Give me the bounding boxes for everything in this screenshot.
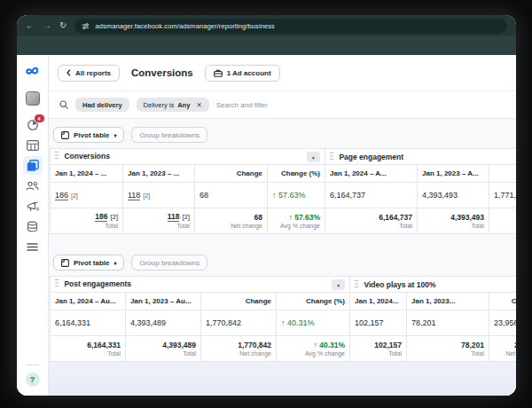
- all-tools-icon[interactable]: [23, 238, 43, 256]
- metric-group-header: Conversions ▾: [51, 149, 325, 165]
- forward-icon[interactable]: →: [43, 21, 51, 30]
- page-title: Conversions: [131, 67, 193, 78]
- pivot-table-icon: [61, 131, 69, 139]
- metric-value-link[interactable]: 118: [168, 212, 180, 222]
- campaigns-icon[interactable]: [23, 136, 43, 154]
- metric-value-link[interactable]: 186: [95, 212, 107, 222]
- data-cell: 6,164,331: [51, 310, 126, 336]
- column-header[interactable]: Jan 1, 2024...: [350, 293, 407, 310]
- data-cell: 186[2]: [51, 183, 123, 208]
- data-cell: 102,157: [350, 310, 407, 336]
- data-cell: 1,771,2: [489, 183, 517, 208]
- total-cell: 6,164,331Total: [51, 336, 126, 362]
- post-engagements-table: Post engagements ▾ Video plays at 100% J…: [50, 276, 516, 362]
- column-header[interactable]: Jan 1, 2023...: [407, 293, 489, 310]
- canvas-footer: [49, 362, 516, 396]
- audiences-icon[interactable]: [23, 177, 43, 195]
- briefcase-icon: [214, 69, 223, 77]
- chevron-down-icon: ▾: [113, 260, 116, 266]
- drag-handle-icon[interactable]: [330, 152, 333, 161]
- ads-reporting-icon[interactable]: [23, 156, 43, 175]
- column-header[interactable]: [489, 165, 517, 183]
- group-breakdowns-button[interactable]: Group breakdowns: [131, 127, 207, 143]
- data-cell: 118[2]: [123, 183, 195, 208]
- chevron-left-icon: [66, 69, 71, 76]
- pivot-controls-1: Pivot table ▾ Group breakdowns: [53, 127, 516, 143]
- total-cell: 1,770,842Net change: [201, 336, 277, 362]
- column-header[interactable]: Change: [195, 165, 268, 183]
- data-cell: 4,393,489: [126, 310, 201, 336]
- page-header: All reports Conversions 1 Ad account: [49, 55, 516, 90]
- group-breakdowns-button[interactable]: Group breakdowns: [131, 255, 207, 271]
- total-cell: 23,956Net change: [489, 336, 516, 362]
- total-cell: 4,393,489Total: [126, 336, 201, 362]
- data-cell-positive: ↑ 40.31%: [277, 310, 350, 336]
- column-header[interactable]: Change (%): [277, 293, 350, 310]
- data-cell-positive: ↑ 57.63%: [268, 183, 325, 208]
- group-caret-button[interactable]: ▾: [307, 152, 320, 162]
- search-filter-bar[interactable]: Had delivery Delivery is Any ✕ Search an…: [49, 90, 516, 119]
- data-cell: 6,164,737: [325, 183, 418, 208]
- column-header[interactable]: Change (%): [268, 165, 325, 183]
- account-overview-icon[interactable]: 4: [23, 115, 43, 134]
- meta-logo[interactable]: [23, 60, 43, 80]
- data-cell: 23,956: [489, 310, 516, 336]
- billing-icon[interactable]: [23, 217, 43, 236]
- report-canvas: Pivot table ▾ Group breakdowns: [49, 119, 516, 396]
- column-header[interactable]: Jan 1, 2023 – Au...: [126, 293, 201, 310]
- chevron-down-icon: ▾: [113, 132, 116, 138]
- total-cell: 78,201Total: [407, 336, 489, 362]
- column-header[interactable]: Change: [201, 293, 277, 310]
- drag-handle-icon[interactable]: [55, 151, 59, 160]
- site-info-icon[interactable]: [82, 22, 90, 30]
- metric-value-link[interactable]: 186: [55, 191, 68, 200]
- reload-icon[interactable]: ↻: [59, 21, 66, 30]
- chip-close-icon[interactable]: ✕: [196, 101, 201, 109]
- column-header[interactable]: Jan 1, 2023 – A...: [418, 165, 489, 183]
- url-bar[interactable]: adsmanager.facebook.com/adsmanager/repor…: [74, 19, 507, 34]
- pivot-controls-2: Pivot table ▾ Group breakdowns: [53, 255, 516, 271]
- metric-value-link[interactable]: 118: [128, 191, 140, 200]
- group-caret-button[interactable]: ▾: [332, 279, 345, 290]
- pivot-table-dropdown[interactable]: Pivot table ▾: [53, 255, 124, 271]
- drag-handle-icon[interactable]: [355, 279, 358, 288]
- total-cell: 102,157Total: [350, 336, 407, 362]
- sidebar-divider: [26, 365, 39, 365]
- total-cell: 6,164,737Total: [325, 208, 418, 234]
- pivot-table-dropdown[interactable]: Pivot table ▾: [53, 127, 124, 143]
- data-cell: 1,770,842: [201, 310, 277, 336]
- column-header[interactable]: Jan 1, 2024 – A...: [325, 165, 418, 183]
- drag-handle-icon[interactable]: [55, 279, 59, 287]
- search-icon: [59, 100, 68, 109]
- screenshot-stage: ← → ↻ adsmanager.facebook.com/adsmanager…: [0, 0, 532, 408]
- ad-account-button[interactable]: 1 Ad account: [205, 65, 280, 82]
- column-header[interactable]: Jan 1, 2024 – ...: [51, 165, 123, 183]
- filter-chip-delivery[interactable]: Delivery is Any ✕: [137, 98, 209, 112]
- browser-window: ← → ↻ adsmanager.facebook.com/adsmanager…: [17, 15, 516, 396]
- metric-group-header: Video plays at 100%: [350, 277, 516, 293]
- data-cell: 78,201: [407, 310, 489, 336]
- browser-chrome-strip: [17, 36, 516, 55]
- total-cell-positive: ↑ 40.31%Avg % change: [277, 336, 350, 362]
- total-cell: 68Net change: [195, 208, 268, 234]
- total-cell: 186[2]Total: [51, 208, 123, 234]
- notification-badge: 4: [34, 114, 45, 123]
- search-placeholder: Search and filter: [216, 101, 268, 109]
- metric-group-header: Page engagement: [325, 149, 517, 165]
- help-button[interactable]: ?: [26, 373, 40, 387]
- metric-group-header: Post engagements ▾: [51, 277, 350, 293]
- column-header[interactable]: Change: [489, 293, 516, 310]
- data-cell: 4,393,493: [418, 183, 489, 208]
- browser-toolbar: ← → ↻ adsmanager.facebook.com/adsmanager…: [17, 15, 516, 36]
- business-account-avatar[interactable]: [23, 89, 43, 107]
- total-cell: 118[2]Total: [123, 208, 195, 234]
- column-header[interactable]: Jan 1, 2023 – ...: [123, 165, 195, 183]
- conversions-table: Conversions ▾ Page engagement Jan 1, 202…: [50, 148, 516, 234]
- column-header[interactable]: Jan 1, 2024 – Au...: [51, 293, 126, 310]
- advertise-icon[interactable]: [23, 197, 43, 216]
- filter-chip-had-delivery[interactable]: Had delivery: [75, 98, 129, 112]
- back-icon[interactable]: ←: [26, 21, 35, 30]
- all-reports-button[interactable]: All reports: [58, 65, 120, 82]
- total-cell: 4,393,493Total: [418, 208, 489, 234]
- total-cell: [489, 208, 517, 234]
